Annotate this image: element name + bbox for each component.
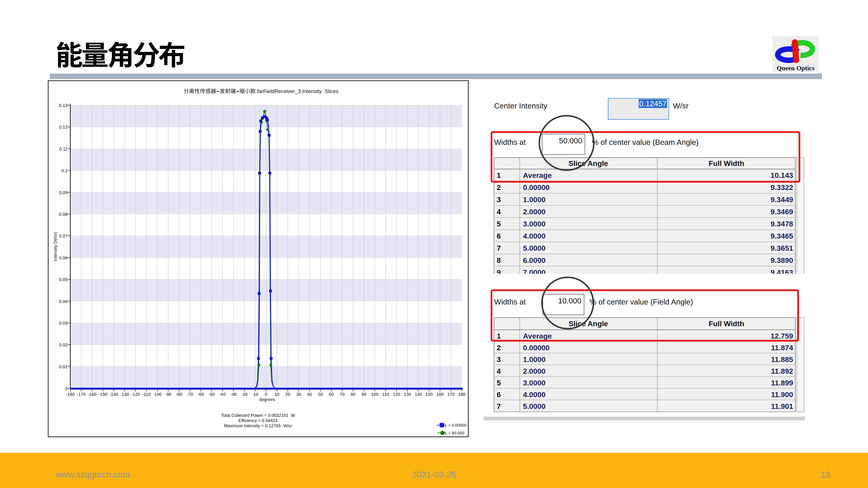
- svg-text:160: 160: [436, 392, 443, 397]
- svg-text:70: 70: [340, 392, 345, 397]
- svg-text:-130: -130: [120, 392, 129, 397]
- svg-text:0.07: 0.07: [59, 234, 67, 238]
- svg-text:30: 30: [296, 392, 301, 397]
- svg-text:-30: -30: [230, 392, 237, 397]
- svg-text:130: 130: [404, 392, 411, 397]
- svg-text:.farFieldReceiver_3.Intensity: .farFieldReceiver_3.Intensity Slices: [256, 88, 339, 94]
- svg-text:0.03: 0.03: [59, 321, 67, 326]
- svg-text:-140: -140: [110, 392, 118, 397]
- svg-text:-50: -50: [209, 392, 215, 397]
- svg-text:Maximum Intensity = 0.12765 W: Maximum Intensity = 0.12765 W/sr: [224, 423, 292, 428]
- svg-text:Intensity (W/sr): Intensity (W/sr): [53, 232, 58, 261]
- svg-text:-100: -100: [153, 392, 162, 397]
- svg-text:0: 0: [65, 386, 67, 391]
- svg-text:-110: -110: [142, 392, 151, 397]
- svg-text:10: 10: [275, 392, 279, 397]
- svg-text:-150: -150: [98, 392, 107, 397]
- svg-text:0.11: 0.11: [59, 147, 67, 152]
- svg-text:0.06: 0.06: [59, 256, 67, 260]
- svg-text:Efficiency = 0.56424: Efficiency = 0.56424: [239, 418, 278, 423]
- svg-text:-20: -20: [241, 392, 247, 397]
- svg-text:80: 80: [351, 392, 355, 397]
- svg-text:40: 40: [307, 392, 312, 397]
- svg-text:degrees: degrees: [259, 397, 275, 402]
- svg-text:0.05: 0.05: [59, 277, 67, 282]
- svg-text:180: 180: [458, 392, 465, 397]
- svg-text:0.02: 0.02: [59, 343, 67, 347]
- svg-text:60: 60: [329, 392, 334, 397]
- svg-text:-60: -60: [198, 392, 204, 397]
- svg-text:-170: -170: [77, 392, 86, 397]
- svg-text:L = 0.00000: L = 0.00000: [445, 423, 467, 427]
- svg-text:20: 20: [285, 392, 290, 397]
- svg-text:110: 110: [382, 392, 389, 397]
- svg-text:0.08: 0.08: [59, 212, 67, 217]
- svg-text:0.12: 0.12: [59, 125, 67, 129]
- svg-text:-180: -180: [66, 392, 75, 397]
- svg-text:50: 50: [318, 392, 323, 397]
- svg-text:90: 90: [362, 392, 366, 397]
- svg-text:150: 150: [426, 392, 433, 397]
- svg-text:0.01: 0.01: [59, 364, 67, 369]
- svg-text:Total Collected Power = 0.0032: Total Collected Power = 0.0032161 W: [221, 413, 295, 418]
- svg-text:-120: -120: [131, 392, 140, 397]
- svg-text:100: 100: [371, 392, 378, 397]
- svg-text:0: 0: [265, 392, 267, 397]
- svg-text:0.1: 0.1: [61, 168, 67, 173]
- svg-text:Queen Optics: Queen Optics: [777, 64, 814, 72]
- svg-text:-40: -40: [219, 392, 226, 397]
- svg-text:0.09: 0.09: [59, 190, 67, 195]
- svg-text:0.04: 0.04: [59, 299, 67, 304]
- svg-text:-90: -90: [165, 392, 172, 397]
- svg-text:L = 90.000: L = 90.000: [445, 431, 464, 435]
- svg-text:-70: -70: [187, 392, 193, 397]
- svg-text:120: 120: [393, 392, 400, 397]
- svg-text:-160: -160: [88, 392, 96, 397]
- svg-text:140: 140: [415, 392, 422, 397]
- svg-text:-10: -10: [252, 392, 258, 397]
- svg-text:170: 170: [447, 392, 455, 397]
- svg-text:-80: -80: [176, 392, 182, 397]
